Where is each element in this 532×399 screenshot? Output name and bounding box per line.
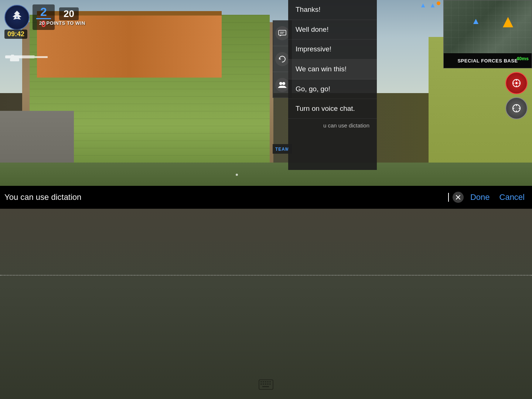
chat-voice[interactable]: Turn on voice chat. — [288, 99, 377, 119]
chat-icon — [275, 26, 289, 40]
keyboard-area — [0, 209, 532, 399]
chat-impressive[interactable]: Impressive! — [288, 40, 377, 59]
svg-rect-33 — [269, 383, 271, 385]
deck-railing — [37, 11, 222, 16]
svg-rect-27 — [267, 381, 269, 382]
svg-rect-16 — [279, 30, 286, 35]
svg-rect-32 — [267, 383, 269, 385]
keyboard-icon — [259, 379, 273, 392]
keyboard-separator — [0, 275, 532, 276]
text-cursor — [448, 193, 449, 202]
chat-go-go-go[interactable]: Go, go, go! — [288, 79, 377, 99]
chat-thanks[interactable]: Thanks! — [288, 0, 377, 20]
clear-button[interactable] — [453, 192, 464, 203]
svg-rect-29 — [260, 383, 262, 385]
game-background — [0, 0, 532, 207]
svg-point-19 — [279, 82, 282, 85]
cancel-button[interactable]: Cancel — [497, 192, 528, 202]
quick-chat-panel[interactable]: Thanks! Well done! Impressive! We can wi… — [288, 0, 377, 170]
deck-structure — [37, 11, 222, 78]
refresh-icon — [275, 52, 289, 66]
message-input[interactable]: You can use dictation — [4, 192, 444, 202]
svg-rect-25 — [263, 381, 264, 382]
chat-hint: u can use dictation — [288, 119, 377, 132]
team-label: TEAM — [275, 147, 289, 152]
team-icon — [275, 78, 289, 92]
done-button[interactable]: Done — [467, 192, 493, 202]
svg-rect-34 — [262, 386, 269, 387]
svg-rect-26 — [265, 381, 266, 382]
svg-rect-31 — [265, 383, 266, 385]
chat-well-done[interactable]: Well done! — [288, 20, 377, 40]
svg-rect-30 — [263, 383, 264, 385]
svg-rect-28 — [269, 381, 271, 382]
svg-rect-24 — [260, 381, 262, 382]
svg-point-20 — [282, 82, 285, 85]
chat-we-can-win[interactable]: We can win this! — [288, 59, 377, 79]
input-bar[interactable]: You can use dictation Done Cancel — [0, 186, 532, 209]
